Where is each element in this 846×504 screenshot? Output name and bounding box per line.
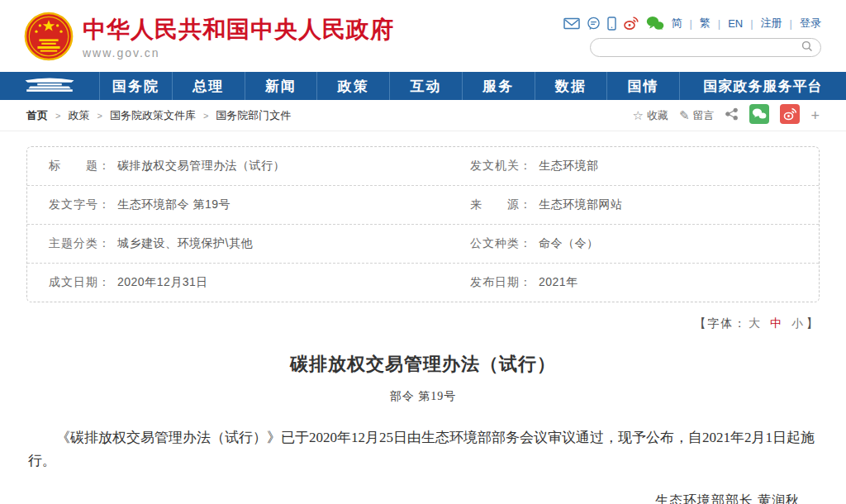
field-label: 发文字号： <box>49 197 111 212</box>
wechat-icon[interactable] <box>646 16 664 31</box>
lang-simplified-link[interactable]: 简 <box>671 16 682 31</box>
message-button[interactable]: ✎ 留言 <box>679 108 715 123</box>
message-label: 留言 <box>692 108 714 123</box>
tiananmen-icon <box>22 74 77 97</box>
field-label: 主题分类： <box>49 236 111 251</box>
nav-item-national-conditions[interactable]: 国情 <box>606 72 679 100</box>
share-icon <box>725 107 739 123</box>
field-value: 2020年12月31日 <box>117 275 208 290</box>
info-row: 标 题： 碳排放权交易管理办法（试行） 发文机关： 生态环境部 <box>27 147 819 186</box>
search-icon <box>801 40 813 55</box>
favorite-button[interactable]: ☆ 收藏 <box>632 108 668 123</box>
site-header: 中华人民共和国中央人民政府 www.gov.cn <box>0 0 846 72</box>
article-body: 《碳排放权交易管理办法（试行）》已于2020年12月25日由生态环境部部务会议审… <box>28 426 818 473</box>
breadcrumb-row: 首页 > 政策 > 国务院政策文件库 > 国务院部门文件 ☆ 收藏 ✎ 留言 <box>0 100 846 131</box>
field-value: 生态环境部网站 <box>539 197 623 212</box>
article-signer: 生态环境部部长 黄润秋 <box>46 492 800 504</box>
login-link[interactable]: 登录 <box>800 16 821 31</box>
article-title: 碳排放权交易管理办法（试行） <box>0 352 846 377</box>
wechat-share-icon <box>749 104 769 126</box>
site-url: www.gov.cn <box>83 46 394 59</box>
field-label: 成文日期： <box>49 275 111 290</box>
field-topic-category: 主题分类： 城乡建设、环境保护\其他 <box>27 225 423 263</box>
field-value: 2021年 <box>539 275 578 290</box>
nav-item-state-council[interactable]: 国务院 <box>99 72 172 100</box>
breadcrumb-item-policy[interactable]: 政策 <box>68 108 89 123</box>
nav-item-policies[interactable]: 政策 <box>316 72 389 100</box>
breadcrumb-separator: > <box>203 111 208 121</box>
search-box <box>590 38 821 57</box>
star-icon: ☆ <box>632 109 643 121</box>
search-button[interactable] <box>801 40 813 55</box>
nav-item-services[interactable]: 服务 <box>462 72 535 100</box>
nav-item-data[interactable]: 数据 <box>535 72 607 100</box>
nav-item-gov-service-platform[interactable]: 国家政务服务平台 <box>679 72 846 100</box>
field-signing-date: 成文日期： 2020年12月31日 <box>27 264 423 302</box>
field-value: 命令（令） <box>539 236 599 251</box>
field-publish-date: 发布日期： 2021年 <box>423 264 819 302</box>
field-doc-type: 公文种类： 命令（令） <box>423 225 819 263</box>
weibo-icon[interactable] <box>623 16 639 31</box>
font-selector-suffix: 】 <box>806 316 820 330</box>
separator: | <box>790 17 792 30</box>
field-value: 城乡建设、环境保护\其他 <box>117 236 253 251</box>
info-row: 主题分类： 城乡建设、环境保护\其他 公文种类： 命令（令） <box>27 225 819 264</box>
separator: | <box>718 17 720 30</box>
article: 碳排放权交易管理办法（试行） 部令 第19号 《碳排放权交易管理办法（试行）》已… <box>0 352 846 504</box>
header-right: 简 | 繁 | EN | 注册 | 登录 <box>563 11 821 57</box>
utility-row: 简 | 繁 | EN | 注册 | 登录 <box>563 16 821 31</box>
article-subtitle: 部令 第19号 <box>0 389 846 404</box>
nav-item-news[interactable]: 新闻 <box>245 72 317 100</box>
breadcrumb-separator: > <box>55 111 60 121</box>
site-logo[interactable]: 中华人民共和国中央人民政府 www.gov.cn <box>23 11 394 65</box>
font-size-medium-button[interactable]: 中 <box>770 316 783 330</box>
page-tools: ☆ 收藏 ✎ 留言 <box>632 104 820 126</box>
info-row: 发文字号： 生态环境部令 第19号 来 源： 生态环境部网站 <box>27 186 819 225</box>
nav-item-premier[interactable]: 总理 <box>172 72 245 100</box>
more-tools-button[interactable]: + <box>810 108 820 123</box>
weibo-share-button[interactable] <box>780 104 800 126</box>
info-row: 成文日期： 2020年12月31日 发布日期： 2021年 <box>27 264 819 302</box>
doc-info-table: 标 题： 碳排放权交易管理办法（试行） 发文机关： 生态环境部 发文字号： 生态… <box>26 146 820 302</box>
font-size-small-button[interactable]: 小 <box>791 316 805 330</box>
field-label: 发布日期： <box>470 275 532 290</box>
nav-item-interaction[interactable]: 互动 <box>389 72 462 100</box>
field-label: 发文机关： <box>470 159 532 174</box>
breadcrumb-item-home[interactable]: 首页 <box>26 108 48 123</box>
wechat-share-button[interactable] <box>749 104 769 126</box>
brand-text: 中华人民共和国中央人民政府 www.gov.cn <box>83 17 394 59</box>
breadcrumb-item-policy-library[interactable]: 国务院政策文件库 <box>110 108 196 123</box>
weibo-share-icon <box>780 104 800 126</box>
national-emblem-icon <box>23 11 74 65</box>
field-value: 生态环境部令 第19号 <box>117 197 231 212</box>
breadcrumb: 首页 > 政策 > 国务院政策文件库 > 国务院部门文件 <box>26 108 291 123</box>
field-source: 来 源： 生态环境部网站 <box>423 186 819 224</box>
field-value: 生态环境部 <box>539 159 599 174</box>
field-value: 碳排放权交易管理办法（试行） <box>117 159 285 174</box>
favorite-label: 收藏 <box>647 108 668 123</box>
lang-traditional-link[interactable]: 繁 <box>700 16 711 31</box>
site-title: 中华人民共和国中央人民政府 <box>83 17 394 43</box>
font-size-large-button[interactable]: 大 <box>749 316 762 330</box>
field-label: 来 源： <box>470 197 532 212</box>
search-input[interactable] <box>598 40 801 55</box>
main-nav: 国务院 总理 新闻 政策 互动 服务 数据 国情 国家政务服务平台 <box>0 72 846 100</box>
plus-icon: + <box>810 108 820 123</box>
mail-icon[interactable] <box>563 17 580 30</box>
separator: | <box>750 17 753 30</box>
comment-icon[interactable] <box>587 17 601 30</box>
separator: | <box>689 17 692 30</box>
field-label: 标 题： <box>49 159 111 174</box>
font-selector-prefix: 【字体： <box>694 316 747 330</box>
font-size-selector: 【字体：大 中 小】 <box>26 316 820 331</box>
nav-home-tiananmen[interactable] <box>0 72 99 100</box>
field-label: 公文种类： <box>470 236 532 251</box>
field-issuing-agency: 发文机关： 生态环境部 <box>423 147 819 185</box>
lang-english-link[interactable]: EN <box>728 17 743 30</box>
share-button[interactable] <box>725 107 739 123</box>
pencil-icon: ✎ <box>679 109 690 121</box>
mobile-icon[interactable] <box>607 17 616 31</box>
field-doc-number: 发文字号： 生态环境部令 第19号 <box>27 186 423 224</box>
breadcrumb-item-department-documents[interactable]: 国务院部门文件 <box>216 108 291 123</box>
register-link[interactable]: 注册 <box>761 16 782 31</box>
